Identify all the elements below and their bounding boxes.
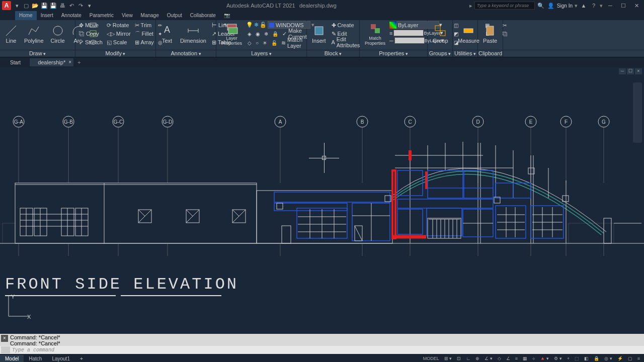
redo-icon[interactable]: ↷ (76, 2, 85, 10)
app-logo[interactable]: A (2, 1, 11, 10)
trim-button[interactable]: ✂Trim (133, 21, 155, 29)
group-button[interactable]: Group (430, 21, 451, 47)
open-icon[interactable]: 📂 (31, 2, 39, 10)
layer-state-icon[interactable]: 💡 (246, 22, 253, 28)
mirror-button[interactable]: ◁▷Mirror (105, 30, 132, 38)
annotation-monitor-icon[interactable]: + (565, 354, 572, 362)
layer-off-icon[interactable]: ◉ (254, 30, 262, 38)
create-block-button[interactable]: ✚Create (330, 21, 362, 29)
appmenu-arrow-icon[interactable]: ▾ (13, 2, 21, 10)
drawing-tab[interactable]: dealership*× (30, 58, 73, 66)
help-icon[interactable]: ? (590, 2, 598, 10)
cut-icon[interactable]: ✂ (501, 21, 509, 29)
dimension-button[interactable]: Dimension (177, 21, 209, 47)
layer-lck-icon[interactable]: 🔒 (271, 30, 280, 38)
edit-attributes-button[interactable]: AEdit Attributes (330, 38, 362, 46)
scale-button[interactable]: ◱Scale (105, 38, 132, 46)
osnap-toggle-icon[interactable]: ◇ (496, 354, 503, 362)
lock-ui-icon[interactable]: 🔒 (592, 354, 601, 362)
tab-home[interactable]: Home (15, 11, 37, 20)
keyword-search-input[interactable] (474, 2, 535, 10)
new-icon[interactable]: ▢ (22, 2, 30, 10)
isодraft-icon[interactable]: ∠ ▾ (482, 354, 495, 362)
layer-properties-button[interactable]: Layer Properties (218, 21, 245, 47)
signin-link[interactable]: Sign In (557, 3, 573, 9)
snap-toggle-icon[interactable]: ⊡ (455, 354, 463, 362)
saveas-icon[interactable]: 💾 (49, 2, 57, 10)
otrack-icon[interactable]: ∠ (504, 354, 512, 362)
array-button[interactable]: ⊞Array (133, 38, 155, 46)
circle-button[interactable]: Circle (48, 21, 68, 47)
save-icon[interactable]: 💾 (40, 2, 48, 10)
rotate-button[interactable]: ⟳Rotate (105, 21, 132, 29)
lineweight-toggle-icon[interactable]: ≡ (513, 354, 520, 362)
tab-annotate[interactable]: Annotate (57, 11, 86, 20)
layout1-tab[interactable]: Layout1 (47, 355, 75, 363)
text-button[interactable]: AText (158, 21, 176, 47)
paste-button[interactable]: Paste (480, 21, 500, 47)
grid-toggle-icon[interactable]: ⊞ ▾ (442, 354, 454, 362)
transparency-icon[interactable]: ▦ (521, 354, 529, 362)
copy-clip-icon[interactable]: ⿻ (501, 30, 509, 38)
tab-parametric[interactable]: Parametric (86, 11, 118, 20)
layer-freeze-icon[interactable]: ❄ (254, 22, 259, 28)
layer-unl-icon[interactable]: 🔓 (270, 39, 279, 47)
stretch-button[interactable]: ⤢Stretch (77, 38, 104, 46)
ortho-toggle-icon[interactable]: ∟ (464, 354, 472, 362)
navigation-bar[interactable] (633, 82, 642, 143)
tab-express[interactable]: 📷▾ (220, 11, 235, 20)
tab-collaborate[interactable]: Collaborate (186, 11, 220, 20)
search-icon[interactable]: 🔍 (537, 2, 545, 10)
undo-icon[interactable]: ↶ (67, 2, 75, 10)
lineweight-dropdown[interactable] (393, 30, 424, 36)
color-swatch-icon[interactable] (389, 22, 396, 29)
layer-on-icon[interactable]: ○ (254, 39, 260, 47)
close-button[interactable]: ✕ (631, 1, 642, 10)
start-tab[interactable]: Start (2, 59, 29, 66)
close-tab-icon[interactable]: × (68, 59, 71, 65)
add-layout-button[interactable]: + (75, 355, 88, 363)
model-space-toggle[interactable]: MODEL (421, 354, 441, 362)
quick-properties-icon[interactable]: ◧ (582, 354, 591, 362)
cmdline-close-icon[interactable]: × (1, 335, 8, 342)
layout-hatch-tab[interactable]: Hatch (24, 355, 47, 363)
app-exchange-icon[interactable]: ▲ (580, 2, 588, 10)
plot-icon[interactable]: 🖶 (58, 2, 66, 10)
customize-icon[interactable]: ≡ (635, 354, 642, 362)
search-arrow-icon[interactable]: ▸ (469, 3, 472, 9)
copy-button[interactable]: ⿻Copy (77, 30, 104, 38)
tab-output[interactable]: Output (163, 11, 186, 20)
command-line[interactable]: ▸_ Type a command (0, 346, 644, 354)
layer-lock-icon[interactable]: 🔓 (260, 22, 267, 28)
layer-frz-icon[interactable]: ❄ (263, 30, 270, 38)
tab-manage[interactable]: Manage (137, 11, 163, 20)
linetype-dropdown[interactable] (394, 37, 425, 44)
insert-button[interactable]: Insert (309, 21, 329, 47)
user-icon[interactable]: 👤 (547, 2, 555, 10)
match-properties-button[interactable]: Match Properties (362, 21, 388, 47)
command-input[interactable]: Type a command (12, 347, 643, 353)
add-tab-button[interactable]: + (74, 58, 84, 66)
clean-screen-icon[interactable]: ▢ (626, 354, 634, 362)
isolate-icon[interactable]: ◎ ▾ (602, 354, 614, 362)
move-button[interactable]: ✥Move (77, 21, 104, 29)
fillet-button[interactable]: ⌒Fillet (133, 30, 155, 38)
cycling-icon[interactable]: ⟐ (530, 354, 537, 362)
workspace-icon[interactable]: ⚙ ▾ (552, 354, 564, 362)
maximize-button[interactable]: ☐ (618, 1, 629, 10)
polyline-button[interactable]: Polyline (21, 21, 47, 47)
layer-thw-icon[interactable]: ☀ (261, 39, 269, 47)
tab-insert[interactable]: Insert (37, 11, 57, 20)
layer-iso-icon[interactable]: ◈ (246, 30, 253, 38)
units-icon[interactable]: ⬚ (573, 354, 581, 362)
layer-uniso-icon[interactable]: ◇ (246, 39, 253, 47)
line-button[interactable]: Line (2, 21, 20, 47)
annotation-scale-icon[interactable]: 🔺 ▾ (538, 354, 551, 362)
minimize-button[interactable]: ─ (605, 1, 616, 10)
polar-toggle-icon[interactable]: ⊕ (473, 354, 481, 362)
qat-more-icon[interactable]: ▾ (86, 2, 94, 10)
hardware-accel-icon[interactable]: ⚡ (615, 354, 625, 362)
drawing-canvas[interactable]: ─ ☐ × G-AG-BG-CG-DABCDEFG (0, 67, 644, 334)
tab-view[interactable]: View (118, 11, 137, 20)
model-tab[interactable]: Model (0, 355, 24, 363)
